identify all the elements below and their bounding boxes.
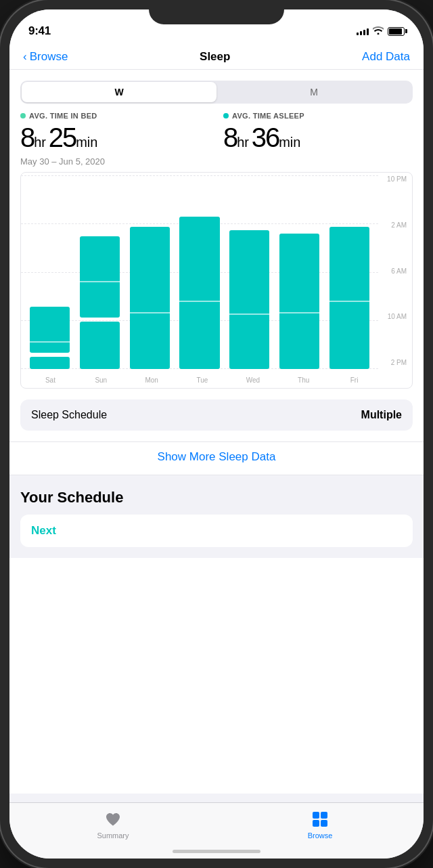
date-range: May 30 – Jun 5, 2020	[9, 156, 424, 167]
svg-rect-1	[321, 812, 327, 819]
signal-bar-3	[363, 30, 365, 35]
grid-icon	[311, 810, 329, 829]
chart-col-sat	[26, 175, 74, 369]
status-icons	[357, 26, 405, 37]
svg-rect-0	[313, 812, 319, 819]
tab-bar-browse-label: Browse	[308, 831, 333, 840]
y-label-10am: 10 AM	[387, 313, 407, 320]
avg-time-in-bed-label: AVG. TIME IN BED	[20, 112, 210, 120]
signal-bar-4	[367, 28, 369, 35]
tab-weekly[interactable]: W	[22, 82, 216, 102]
svg-rect-2	[313, 820, 319, 827]
heart-icon	[104, 810, 122, 829]
bar-divider-thu	[279, 312, 319, 313]
bar-tue	[179, 217, 219, 369]
bar-divider-mon	[130, 312, 170, 313]
avg-time-in-bed-value: 8hr 25min	[20, 121, 210, 154]
schedule-next-card[interactable]: Next	[20, 515, 413, 547]
svg-rect-3	[321, 820, 327, 827]
bar-wrapper-fri	[325, 227, 373, 369]
your-schedule-section: Your Schedule Next	[9, 475, 424, 558]
x-label-sun: Sun	[77, 376, 125, 384]
browse-grid-svg	[311, 810, 329, 828]
bar-mon	[130, 227, 170, 369]
your-schedule-title: Your Schedule	[20, 489, 413, 506]
time-in-bed-dot	[20, 113, 26, 118]
avg-time-asleep-value: 8hr 36min	[223, 121, 413, 154]
chart-col-fri	[325, 175, 373, 369]
chart-col-tue	[176, 175, 223, 369]
notch	[149, 0, 284, 24]
battery-icon	[388, 27, 405, 36]
chart-col-thu	[276, 175, 323, 369]
status-time: 9:41	[28, 24, 51, 38]
bar-divider-tue	[179, 301, 219, 302]
bar-wrapper-thu	[276, 234, 323, 369]
add-data-button[interactable]: Add Data	[362, 50, 410, 64]
page-title: Sleep	[200, 50, 230, 64]
back-label: Browse	[30, 50, 68, 64]
avg-time-asleep-stat: AVG. TIME ASLEEP 8hr 36min	[223, 112, 413, 154]
bar-wrapper-sat	[26, 307, 74, 369]
sleep-schedule-card[interactable]: Sleep Schedule Multiple	[20, 399, 413, 431]
signal-bar-2	[360, 31, 362, 35]
bar-wrapper-tue	[176, 217, 223, 369]
sleep-schedule-value: Multiple	[361, 409, 402, 421]
navigation-bar: ‹ Browse Sleep Add Data	[9, 43, 424, 70]
wifi-icon	[373, 26, 384, 37]
show-more-button[interactable]: Show More Sleep Data	[9, 441, 424, 475]
avg-time-in-bed-stat: AVG. TIME IN BED 8hr 25min	[20, 112, 210, 154]
y-label-2am: 2 AM	[387, 221, 407, 229]
stats-row: AVG. TIME IN BED 8hr 25min AVG. TIME ASL…	[9, 112, 424, 154]
y-label-10pm: 10 PM	[387, 175, 407, 183]
chevron-left-icon: ‹	[23, 50, 27, 64]
y-label-2pm: 2 PM	[387, 359, 407, 366]
heart-svg	[105, 812, 121, 827]
bar-wed	[229, 230, 269, 369]
bar-fri	[329, 227, 369, 369]
period-tab-switcher: W M	[20, 81, 413, 104]
signal-bars-icon	[357, 27, 369, 35]
chart-bars-area	[21, 173, 378, 369]
bar-wrapper-wed	[226, 230, 273, 369]
x-label-mon: Mon	[128, 376, 176, 384]
bar-thu	[279, 234, 319, 369]
bar-divider-wed	[229, 313, 269, 315]
bar-sat	[30, 307, 70, 353]
tab-bar-browse[interactable]: Browse	[216, 810, 424, 840]
back-button[interactable]: ‹ Browse	[23, 50, 68, 64]
tab-monthly[interactable]: M	[216, 82, 411, 102]
x-label-thu: Thu	[279, 376, 327, 384]
x-label-tue: Tue	[179, 376, 227, 384]
schedule-next-label: Next	[31, 524, 56, 537]
chart-col-mon	[126, 175, 173, 369]
home-indicator	[173, 850, 260, 853]
bar-divider-sun	[80, 281, 120, 282]
chart-col-sun	[76, 175, 124, 369]
phone-screen: 9:41	[9, 9, 424, 859]
phone-frame: 9:41	[0, 0, 433, 868]
chart-col-wed	[226, 175, 273, 369]
x-label-sat: Sat	[26, 376, 74, 384]
bar-sun-bottom	[80, 322, 120, 369]
sleep-chart: Sat Sun Mon Tue Wed Thu Fri 10 PM 2 AM 6…	[20, 172, 413, 389]
bar-wrapper-mon	[126, 227, 173, 369]
bar-sat-bottom	[30, 357, 70, 369]
time-asleep-dot	[223, 113, 229, 118]
main-content: W M AVG. TIME IN BED 8hr 25min	[9, 70, 424, 794]
bar-wrapper-sun	[76, 236, 124, 369]
battery-fill	[389, 28, 402, 35]
signal-bar-1	[357, 32, 359, 35]
tab-bar-summary[interactable]: Summary	[9, 810, 216, 840]
bar-divider-fri	[329, 301, 369, 302]
tab-bar-summary-label: Summary	[97, 831, 129, 840]
bar-divider-sat	[30, 341, 70, 343]
sleep-schedule-label: Sleep Schedule	[31, 409, 107, 421]
avg-time-asleep-label: AVG. TIME ASLEEP	[223, 112, 413, 120]
y-label-6am: 6 AM	[387, 267, 407, 275]
x-label-fri: Fri	[330, 376, 378, 384]
chart-x-labels: Sat Sun Mon Tue Wed Thu Fri	[26, 376, 378, 384]
chart-y-labels: 10 PM 2 AM 6 AM 10 AM 2 PM	[387, 173, 407, 369]
bar-sun	[80, 236, 120, 318]
x-label-wed: Wed	[229, 376, 277, 384]
